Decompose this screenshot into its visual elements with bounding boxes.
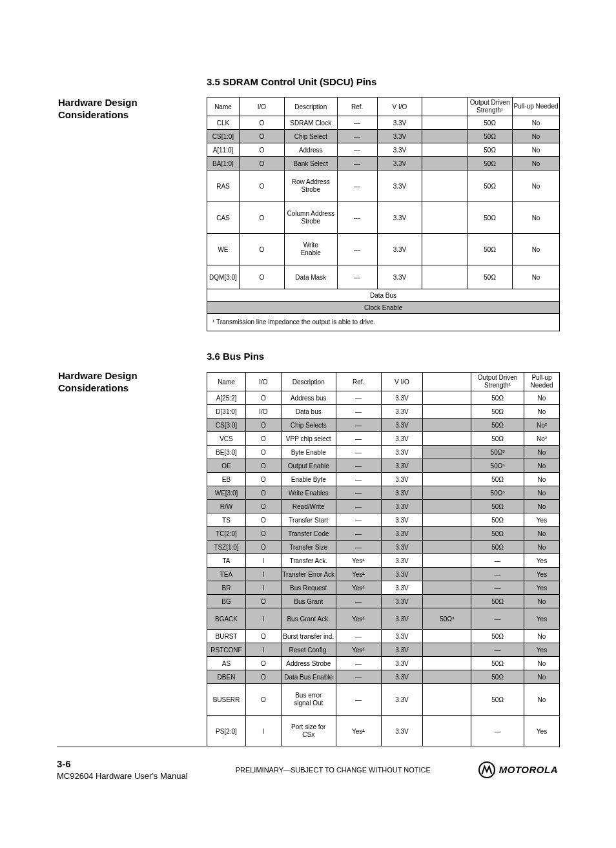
table-cell: No [524,684,560,716]
table-cell: 3.3V [381,657,423,670]
table-cell: Yes [524,608,560,630]
table-row: BA[1:0] O Bank Select — 3.3V 50Ω No [207,157,560,171]
table-row: BURSTOBurst transfer ind.—3.3V50ΩNo [207,630,560,643]
table-cell: — [336,630,381,643]
table-header-row: Name I/O Description Ref. V I/O Output D… [207,98,560,116]
table-cell: Read/Write [281,500,336,513]
table-cell: 3.3V [381,630,423,643]
table-cell: 3.3V [381,595,423,608]
hdr-name: Name [207,373,246,391]
table-cell: O [245,595,281,608]
table-cell: — [336,391,381,405]
table-cell: Enable Byte [281,473,336,486]
table-cell: 50Ω³ [471,459,524,473]
table-cell: Yes [524,554,560,568]
table-cell: BGACK [207,608,246,630]
table-cell: EB [207,473,246,486]
table-cell: Output Enable [281,459,336,473]
table-cell: 3.3V [381,527,423,541]
table-cell: 3.3V [381,643,423,657]
table-cell: Data Bus Enable [281,670,336,684]
table-cell: — [336,432,381,446]
table-cell: I [245,643,281,657]
hdr-vio: V I/O [381,373,423,391]
table-cell: 3.3V [381,391,423,405]
footer-left: 3-6 MC92604 Hardware User's Manual [57,757,188,782]
hdr-blank [423,373,471,391]
table-cell: — [336,446,381,459]
table-cell [423,595,471,608]
table-row: TAITransfer Ack.Yes⁴3.3V—Yes [207,554,560,568]
table-cell: 3.3V [381,716,423,747]
table-row: CLK O SDRAM Clock — 3.3V 50Ω No [207,116,560,130]
table-cell: — [336,486,381,500]
hdr-io: I/O [245,373,281,391]
table-cell [423,541,471,554]
table-cell: 50Ω [471,513,524,527]
table-cell: 50Ω [471,527,524,541]
table-cell: Yes⁴ [336,554,381,568]
table-cell: A[25:2] [207,391,246,405]
table-cell: VCS [207,432,246,446]
table-cell: — [336,473,381,486]
table-cell: — [336,670,381,684]
table-cell [423,459,471,473]
table-cell: Address Strobe [281,657,336,670]
table-row: DBENOData Bus Enable—3.3V50ΩNo [207,670,560,684]
table-cell: O [245,513,281,527]
table-cell: O [245,527,281,541]
table-cell: 3.3V [381,568,423,581]
table-cell: 3.3V [381,486,423,500]
sdcu-table-wrap: Name I/O Description Ref. V I/O Output D… [207,97,560,331]
hdr-name: Name [207,98,240,116]
table-cell: — [471,568,524,581]
table-cell: 50Ω [471,670,524,684]
sidebar-heading-top: Hardware Design Considerations [58,97,200,121]
table-cell [423,391,471,405]
table-cell: BURST [207,630,246,643]
table-cell [423,670,471,684]
table-cell: OE [207,459,246,473]
table-row: BE[3:0]OByte Enable—3.3V50Ω³No [207,446,560,459]
table-cell: I [245,554,281,568]
table-cell: CS[3:0] [207,419,246,432]
table-cell: Yes [524,568,560,581]
table-cell: 3.3V [381,684,423,716]
table-cell: TSZ[1:0] [207,541,246,554]
hdr-pullup: Pull-up Needed [524,373,560,391]
table-cell: TC[2:0] [207,527,246,541]
table-cell: WE[3:0] [207,486,246,500]
table-cell [423,554,471,568]
table-cell: O [245,500,281,513]
table-row: A[11:0] O Address — 3.3V 50Ω No [207,143,560,157]
table-cell [423,643,471,657]
table-row: BGACKIBus Grant Ack.Yes⁴3.3V50Ω³—Yes [207,608,560,630]
table-row: TEAITransfer Error AckYes⁴3.3V—Yes [207,568,560,581]
sidebar-heading-top-line2: Considerations [58,109,200,121]
table-cell: 3.3V [381,405,423,419]
table-cell: 3.3V [381,513,423,527]
table-cell: No [524,595,560,608]
table-cell: Bus Request [281,581,336,595]
table-cell: Yes⁴ [336,643,381,657]
table-cell: O [245,419,281,432]
sidebar-heading-bottom: Hardware Design Considerations [58,370,200,395]
table-cell: No [524,657,560,670]
table-cell: No [524,541,560,554]
footer-prelim: PRELIMINARY—SUBJECT TO CHANGE WITHOUT NO… [188,766,478,774]
table-cell: VPP chip select [281,432,336,446]
table-row: EBOEnable Byte—3.3V50ΩNo [207,473,560,486]
table-cell: 3.3V [381,608,423,630]
table-cell: Yes⁴ [336,568,381,581]
table-cell: 50Ω [471,473,524,486]
table-row: CAS O Column AddressStrobe — 3.3V 50Ω No [207,202,560,234]
table-cell: Transfer Code [281,527,336,541]
table-cell: — [471,608,524,630]
table-cell: Yes [524,643,560,657]
motorola-wordmark: MOTOROLA [499,764,558,775]
table-cell: 3.3V [381,541,423,554]
footer-rule [57,746,558,747]
table-cell: 50Ω [471,500,524,513]
table-cell: 3.3V [381,581,423,595]
table-row: BGOBus Grant—3.3V50ΩNo [207,595,560,608]
